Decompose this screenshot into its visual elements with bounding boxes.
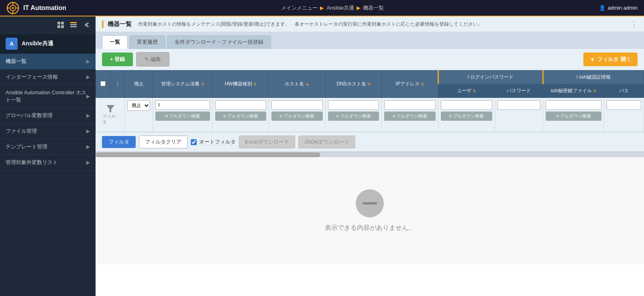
- sidebar-item-excluded-vars[interactable]: 管理対象外変数リスト ▶: [0, 155, 96, 170]
- page-title: 機器一覧: [102, 20, 132, 28]
- empty-state: 表示できる内容がありません。: [96, 157, 644, 264]
- sidebar-item-interface-info[interactable]: インターフェース情報 ▶: [0, 69, 96, 85]
- horizontal-scrollbar[interactable]: [96, 152, 644, 157]
- table-header-row: ⋮ 廃止 管理システム項番 ⇅ HW機器種別 ⇅ ホスト名 ▲ DNSホスト名 …: [96, 71, 644, 84]
- ssh-key-dropdown-search-button[interactable]: ≡ プルダウン検索: [546, 112, 601, 121]
- dns-filter-input[interactable]: [328, 100, 379, 110]
- sidebar-item-template-management[interactable]: テンプレート管理 ▶: [0, 139, 96, 155]
- haishi-filter-select[interactable]: 廃止含まず 廃止のみ 全レコード: [127, 100, 150, 111]
- sidebar-icons: [55, 20, 92, 30]
- th-hostname: ホスト名 ▲: [269, 71, 326, 98]
- th-passphrase: パス: [604, 84, 644, 98]
- sidebar: A Ansible共通 機器一覧 ▶ インターフェース情報 ▶ Ansible …: [0, 16, 96, 296]
- sidebar-item-file-management[interactable]: ファイル管理 ▶: [0, 124, 96, 139]
- register-button[interactable]: + 登録: [102, 53, 133, 66]
- top-header: IT Automation メインメニュー ▶ Ansible共通 ▶ 機器一覧…: [0, 0, 644, 16]
- hostname-filter-input[interactable]: [271, 100, 323, 110]
- filter-cell-haishi: 廃止含まず 廃止のみ 全レコード: [125, 98, 153, 132]
- tab-list[interactable]: 一覧: [102, 35, 128, 49]
- logo-area: IT Automation: [6, 2, 66, 14]
- edit-button[interactable]: ✎ 編集: [136, 52, 169, 67]
- filter-label-cell: フィルタ: [102, 113, 118, 125]
- user-filter-input[interactable]: [441, 100, 492, 110]
- svg-rect-10: [61, 25, 64, 28]
- chevron-right-icon: ▶: [86, 74, 90, 80]
- select-all-checkbox[interactable]: [100, 81, 106, 86]
- auto-filter-text: オートフィルタ: [199, 138, 236, 146]
- th-menu: ⋮: [110, 71, 125, 98]
- sidebar-toggle-row: [0, 16, 96, 34]
- breadcrumb-current: 機器一覧: [363, 4, 384, 12]
- breadcrumb: メインメニュー ▶ Ansible共通 ▶ 機器一覧: [281, 4, 384, 12]
- app-title: IT Automation: [23, 4, 66, 12]
- dns-dropdown-search-button[interactable]: ≡ プルダウン検索: [328, 112, 379, 121]
- filter-cell-hw: ≡ プルダウン検索: [212, 98, 269, 132]
- filter-action-row: フィルタ フィルタクリア オートフィルタ Excelダウンロード JSONダウン…: [96, 132, 644, 152]
- svg-rect-13: [70, 26, 77, 27]
- sidebar-item-global-vars[interactable]: グローバル変数管理 ▶: [0, 108, 96, 124]
- user-area: 👤 admin admin: [599, 5, 638, 11]
- tab-history[interactable]: 変更履歴: [129, 35, 165, 49]
- scrollbar-thumb[interactable]: [96, 152, 320, 157]
- filter-cell-ssh-key: ≡ プルダウン検索: [543, 98, 604, 132]
- filter-cell-passphrase: [604, 98, 644, 132]
- filter-row: フィルタ 廃止含まず 廃止のみ 全レコード: [96, 98, 644, 132]
- kanri-dropdown-search-button[interactable]: ≡ プルダウン検索: [155, 112, 210, 121]
- ssh-key-filter-input[interactable]: [546, 100, 601, 110]
- filter-open-button[interactable]: ▼ フィルタ 開く: [583, 53, 638, 66]
- ip-dropdown-search-button[interactable]: ≡ プルダウン検索: [384, 112, 436, 121]
- filter-icon-container: フィルタ: [98, 100, 122, 129]
- filter-label: フィルタ: [597, 56, 618, 63]
- svg-marker-14: [106, 105, 114, 112]
- hw-dropdown-search-button[interactable]: ≡ プルダウン検索: [215, 112, 267, 121]
- svg-rect-8: [61, 22, 64, 24]
- auto-filter-label: オートフィルタ: [191, 138, 236, 146]
- th-login-password-group: l ログインパスワード: [438, 71, 543, 84]
- main-layout: A Ansible共通 機器一覧 ▶ インターフェース情報 ▶ Ansible …: [0, 16, 644, 296]
- user-dropdown-search-button[interactable]: ≡ プルダウン検索: [441, 112, 492, 121]
- list-view-button[interactable]: [68, 20, 79, 30]
- th-ssh-key-file: ssh秘密鍵ファイル ⇅: [543, 84, 604, 98]
- breadcrumb-mainmenu[interactable]: メインメニュー: [281, 4, 318, 12]
- chevron-right-icon: ▶: [86, 144, 90, 150]
- filter-cell-user: ≡ プルダウン検索: [438, 98, 495, 132]
- th-checkbox: [96, 71, 110, 98]
- th-kanri-no: 管理システム項番 ⇅: [153, 71, 212, 98]
- sidebar-module: A Ansible共通: [0, 34, 96, 54]
- tab-bulk-download[interactable]: 全件ダウンロード・ファイル一括登録: [167, 35, 271, 49]
- svg-point-2: [12, 7, 14, 9]
- filter-funnel-icon: [106, 104, 115, 113]
- kanri-filter-input[interactable]: [155, 100, 210, 110]
- module-icon: A: [6, 38, 18, 50]
- th-hw-type: HW機器種別 ⇅: [212, 71, 269, 98]
- auto-filter-checkbox[interactable]: [191, 139, 197, 145]
- excel-download-button: Excelダウンロード: [239, 136, 295, 148]
- hostname-dropdown-search-button[interactable]: ≡ プルダウン検索: [271, 112, 323, 121]
- grid-view-button[interactable]: [55, 20, 66, 30]
- passphrase-filter-input[interactable]: [607, 100, 641, 110]
- module-name: Ansible共通: [22, 40, 53, 47]
- password-filter-input[interactable]: [497, 100, 540, 110]
- page-menu-dots[interactable]: ⋮: [630, 20, 638, 28]
- apply-filter-button[interactable]: フィルタ: [102, 136, 136, 148]
- filter-cell-kanri: ≡ プルダウン検索: [153, 98, 212, 132]
- toolbar: + 登録 ✎ 編集 ▼ フィルタ 開く: [96, 49, 644, 70]
- th-haishi: 廃止: [125, 71, 153, 98]
- empty-dash: [363, 202, 377, 205]
- clear-filter-button[interactable]: フィルタクリア: [139, 136, 187, 148]
- hw-filter-input[interactable]: [215, 100, 267, 110]
- ip-filter-input[interactable]: [384, 100, 436, 110]
- tabs-bar: 一覧 変更履歴 全件ダウンロード・ファイル一括登録: [96, 32, 644, 49]
- breadcrumb-sep1: ▶: [320, 5, 324, 11]
- th-user: ユーザ ⇅: [438, 84, 495, 98]
- breadcrumb-ansible[interactable]: Ansible共通: [326, 4, 354, 12]
- svg-rect-9: [57, 25, 60, 28]
- empty-state-icon: [356, 189, 384, 217]
- collapse-sidebar-button[interactable]: [81, 20, 92, 30]
- data-table: ⋮ 廃止 管理システム項番 ⇅ HW機器種別 ⇅ ホスト名 ▲ DNSホスト名 …: [96, 70, 644, 132]
- main-content: 機器一覧 作業対象ホストの情報をメンテナンス(閲覧/登録/更新/廃止)できます。…: [96, 16, 644, 296]
- json-download-button: JSONダウンロード: [298, 136, 356, 148]
- sidebar-item-aac-host-list[interactable]: Ansible Automation Controller ホスト一覧 ▶: [0, 85, 96, 108]
- sidebar-item-equipment-list[interactable]: 機器一覧 ▶: [0, 54, 96, 69]
- chevron-right-icon: ▶: [86, 93, 90, 99]
